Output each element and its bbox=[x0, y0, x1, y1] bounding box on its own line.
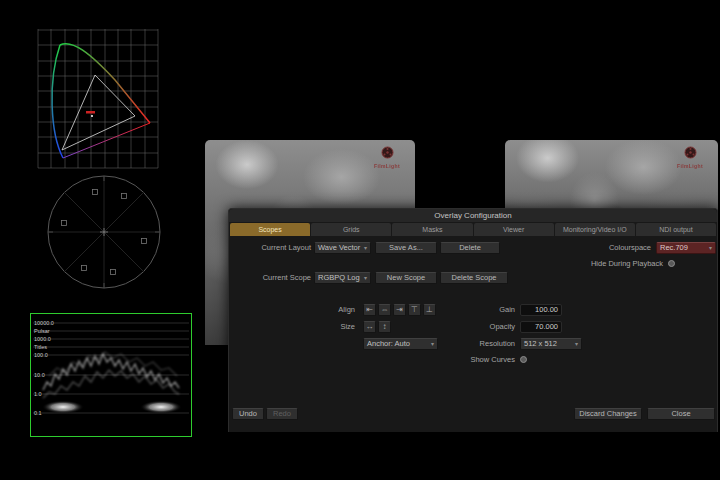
film-reel-icon bbox=[684, 146, 697, 159]
waveform-scale-label: Pulsar bbox=[34, 328, 50, 334]
align-right-button[interactable]: ⇥ bbox=[393, 304, 406, 316]
anchor-dropdown-value: Anchor: Auto bbox=[367, 339, 410, 349]
delete-layout-button[interactable]: Delete bbox=[440, 242, 500, 254]
colourspace-dropdown-value: Rec.709 bbox=[660, 243, 688, 253]
cie-chromaticity-scope bbox=[30, 25, 165, 170]
colourspace-dropdown[interactable]: Rec.709 ▾ bbox=[656, 242, 716, 254]
hide-during-playback-toggle[interactable] bbox=[668, 260, 675, 267]
align-left-icon: ⇤ bbox=[366, 305, 373, 314]
tab-grids[interactable]: Grids bbox=[311, 223, 391, 236]
hide-during-playback-label: Hide During Playback bbox=[569, 258, 663, 270]
resolution-label: Resolution bbox=[469, 338, 515, 350]
align-bottom-button[interactable]: ⊥ bbox=[423, 304, 436, 316]
cie-diagram bbox=[30, 25, 165, 170]
filmlight-watermark: FilmLight bbox=[365, 145, 409, 169]
layout-dropdown-value: Wave Vector bbox=[318, 243, 360, 253]
undo-button[interactable]: Undo bbox=[232, 408, 264, 420]
gain-input[interactable]: 100.00 bbox=[520, 304, 562, 316]
size-label: Size bbox=[309, 321, 355, 333]
anchor-dropdown[interactable]: Anchor: Auto ▾ bbox=[363, 338, 438, 350]
dialog-tabs: Scopes Grids Masks Viewer Monitoring/Vid… bbox=[230, 223, 716, 236]
chevron-down-icon: ▾ bbox=[431, 339, 434, 349]
tab-monitoring-video-io[interactable]: Monitoring/Video I/O bbox=[555, 223, 635, 236]
align-center-icon: ⇔ bbox=[381, 305, 389, 314]
align-left-button[interactable]: ⇤ bbox=[363, 304, 376, 316]
new-scope-button[interactable]: New Scope bbox=[375, 272, 437, 284]
save-as-button[interactable]: Save As... bbox=[375, 242, 437, 254]
chevron-down-icon: ▾ bbox=[709, 243, 712, 253]
cie-grid bbox=[38, 29, 158, 168]
gain-label: Gain bbox=[469, 304, 515, 316]
resolution-dropdown-value: 512 x 512 bbox=[524, 339, 557, 349]
discard-changes-button[interactable]: Discard Changes bbox=[574, 408, 642, 420]
tab-viewer[interactable]: Viewer bbox=[474, 223, 554, 236]
waveform-scale-label: 10000.0 bbox=[34, 320, 54, 326]
spectral-locus-blue-edge bbox=[52, 45, 63, 158]
resolution-dropdown[interactable]: 512 x 512 ▾ bbox=[520, 338, 582, 350]
scope-dropdown-value: RGBPQ Log bbox=[318, 273, 360, 283]
opacity-label: Opacity bbox=[469, 321, 515, 333]
fit-width-icon: ↔ bbox=[366, 322, 374, 331]
show-curves-label: Show Curves bbox=[459, 354, 515, 366]
align-label: Align bbox=[309, 304, 355, 316]
show-curves-toggle[interactable] bbox=[520, 356, 527, 363]
waveform-bright-patch-right bbox=[140, 401, 182, 414]
gamut-triangle bbox=[62, 75, 135, 150]
align-top-icon: ⊤ bbox=[411, 305, 418, 314]
size-fit-width-button[interactable]: ↔ bbox=[363, 321, 376, 333]
align-center-button[interactable]: ⇔ bbox=[378, 304, 391, 316]
waveform-scope: 10000.0 Pulsar 1000.0 Titles 100.0 10.0 … bbox=[30, 313, 192, 437]
tab-masks[interactable]: Masks bbox=[392, 223, 472, 236]
close-button[interactable]: Close bbox=[647, 408, 715, 420]
waveform-scale-label: 100.0 bbox=[34, 352, 48, 358]
waveform-trace bbox=[31, 314, 191, 436]
vectorscope bbox=[46, 170, 162, 294]
whitepoint-label-mark bbox=[86, 111, 95, 114]
opacity-input[interactable]: 70.000 bbox=[520, 321, 562, 333]
current-layout-label: Current Layout bbox=[231, 242, 311, 254]
chevron-down-icon: ▾ bbox=[364, 243, 367, 253]
current-scope-label: Current Scope bbox=[231, 272, 311, 284]
align-right-icon: ⇥ bbox=[396, 305, 403, 314]
whitepoint-dot bbox=[91, 115, 93, 117]
watermark-text: FilmLight bbox=[365, 163, 409, 169]
scope-dropdown[interactable]: RGBPQ Log ▾ bbox=[314, 272, 371, 284]
vectorscope-graticule bbox=[46, 170, 162, 294]
colourspace-label: Colourspace bbox=[579, 242, 651, 254]
layout-dropdown[interactable]: Wave Vector ▾ bbox=[314, 242, 371, 254]
chevron-down-icon: ▾ bbox=[575, 339, 578, 349]
waveform-scale-label: 10.0 bbox=[34, 372, 45, 378]
tab-scopes[interactable]: Scopes bbox=[230, 223, 310, 236]
tab-ndi-output[interactable]: NDI output bbox=[636, 223, 716, 236]
chevron-down-icon: ▾ bbox=[364, 273, 367, 283]
overlay-configuration-dialog: Overlay Configuration Scopes Grids Masks… bbox=[228, 208, 718, 432]
filmlight-watermark: FilmLight bbox=[668, 145, 712, 169]
waveform-scale-label: Titles bbox=[34, 344, 47, 350]
waveform-scale-label: 0.1 bbox=[34, 410, 42, 416]
film-reel-icon bbox=[381, 146, 394, 159]
dialog-title: Overlay Configuration bbox=[229, 209, 717, 222]
fit-height-icon: ↕ bbox=[383, 322, 387, 331]
watermark-text: FilmLight bbox=[668, 163, 712, 169]
waveform-scale-label: 1.0 bbox=[34, 391, 42, 397]
align-top-button[interactable]: ⊤ bbox=[408, 304, 421, 316]
waveform-bright-patch-left bbox=[42, 401, 84, 414]
redo-button[interactable]: Redo bbox=[266, 408, 298, 420]
waveform-scale-label: 1000.0 bbox=[34, 336, 51, 342]
delete-scope-button[interactable]: Delete Scope bbox=[440, 272, 508, 284]
align-bottom-icon: ⊥ bbox=[426, 305, 433, 314]
size-fit-height-button[interactable]: ↕ bbox=[378, 321, 391, 333]
